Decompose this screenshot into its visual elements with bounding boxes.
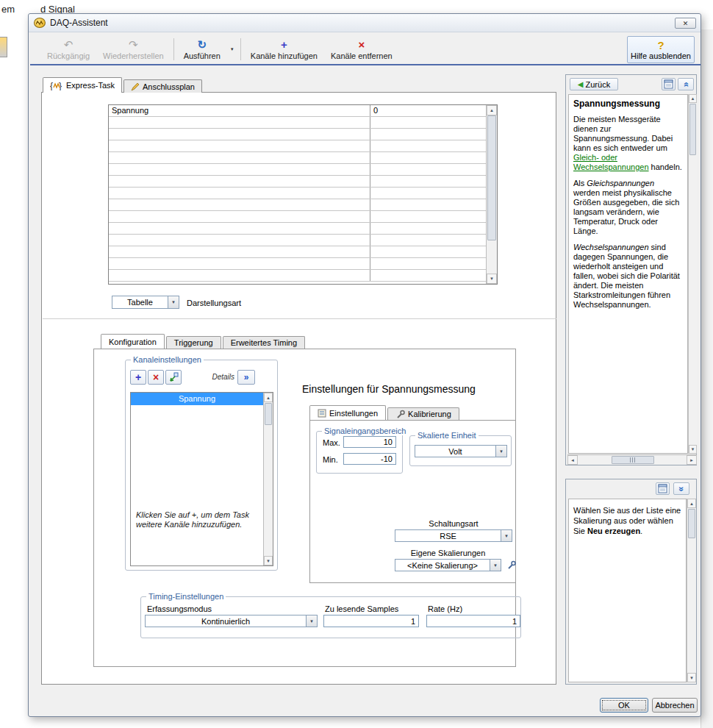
custom-scaling-dropdown[interactable]: <Keine Skalierung> ▼ (395, 559, 501, 571)
help-text: handeln. (649, 163, 682, 171)
background-text-fragment: em (1, 4, 15, 15)
help-window-icon (664, 79, 673, 89)
rate-input[interactable] (426, 615, 520, 627)
change-physical-channel-icon (168, 372, 179, 382)
tab-kalibrierung[interactable]: Kalibrierung (387, 407, 459, 420)
tab-konfiguration[interactable]: Konfiguration (101, 334, 165, 349)
help-horizontal-scrollbar[interactable]: ◄ ► (567, 454, 697, 465)
table-scrollbar[interactable]: ▲ ▼ (486, 105, 497, 284)
edit-scaling-button[interactable] (504, 559, 517, 571)
signal-input-range-group: Signaleingangsbereich Max. Min. (316, 431, 403, 474)
tab-einstellungen[interactable]: Einstellungen (309, 405, 386, 420)
run-button[interactable]: ↻ Ausführen (177, 35, 227, 64)
scroll-up-icon[interactable]: ▲ (487, 105, 497, 115)
scroll-down-icon[interactable]: ▼ (264, 556, 273, 565)
double-chevron-down-icon: » (676, 486, 687, 491)
scroll-up-icon[interactable]: ▲ (689, 94, 697, 103)
tab-kalibrierung-label: Kalibrierung (408, 410, 451, 418)
details-button[interactable]: » (237, 370, 255, 385)
help-panel-top: ◀ Zurück » Spannungsmessung Die meisten … (565, 74, 697, 465)
remove-channels-label: Kanäle entfernen (331, 51, 393, 60)
run-button-group: ↻ Ausführen ▼ (177, 35, 237, 64)
add-channel-button[interactable]: + (130, 370, 146, 385)
tab-express-task[interactable]: {} Express-Task (43, 77, 122, 93)
max-input[interactable] (343, 436, 396, 448)
channel-list-scrollbar[interactable]: ▲ ▼ (263, 393, 273, 565)
help-back-button[interactable]: ◀ Zurück (570, 78, 618, 90)
table-cell-value: 0 (370, 105, 486, 116)
scaling-help-scrollbar[interactable]: ▲ ▼ (687, 499, 696, 682)
acquisition-mode-dropdown[interactable]: Kontinuierlich ▼ (145, 615, 318, 627)
cancel-button[interactable]: Abbrechen (652, 698, 698, 713)
min-input[interactable] (343, 453, 396, 465)
remove-channels-button[interactable]: × Kanäle entfernen (324, 35, 399, 64)
scroll-down-icon[interactable]: ▼ (687, 673, 696, 682)
dropdown-arrow-icon[interactable]: ▼ (501, 530, 512, 541)
redo-button[interactable]: ↷ Wiederherstellen (96, 35, 171, 64)
change-physical-channel-button[interactable] (165, 370, 182, 385)
tab-triggerung[interactable]: Triggerung (166, 336, 221, 349)
scaled-unit-group: Skalierte Einheit Volt ▼ (409, 435, 512, 466)
scroll-up-icon[interactable]: ▲ (687, 499, 696, 508)
help-locate-button[interactable] (662, 78, 676, 90)
help-collapse-button[interactable]: » (678, 78, 694, 90)
help-vertical-scrollbar[interactable]: ▲ ▼ (688, 94, 697, 454)
help-paragraph: Als Gleichspannungen werden meist physik… (573, 179, 683, 236)
scaling-help-content: Wählen Sie aus der Liste eine Skalierung… (568, 499, 687, 682)
scrollbar-thumb[interactable] (612, 456, 654, 464)
delete-channel-button[interactable]: × (148, 370, 164, 385)
calibration-wrench-icon (395, 410, 405, 419)
run-dropdown-arrow[interactable]: ▼ (227, 35, 237, 64)
table-row (109, 223, 486, 235)
scroll-down-icon[interactable]: ▼ (689, 445, 697, 454)
signal-input-range-label: Signaleingangsbereich (322, 427, 408, 435)
scrollbar-thumb[interactable] (689, 104, 696, 155)
dropdown-arrow-icon[interactable]: ▼ (490, 560, 501, 571)
scroll-up-icon[interactable]: ▲ (264, 393, 273, 402)
double-chevron-right-icon: » (244, 372, 249, 382)
dropdown-arrow-icon[interactable]: ▼ (168, 296, 179, 308)
scrollbar-thumb[interactable] (688, 509, 695, 538)
help-paragraph: Wechselspannungen sind dagegen Spannunge… (573, 243, 683, 310)
dropdown-arrow-icon[interactable]: ▼ (495, 446, 506, 457)
tab-erweitertes-timing[interactable]: Erweitertes Timing (223, 336, 305, 349)
display-type-value: Tabelle (112, 296, 168, 308)
table-row (109, 258, 486, 270)
terminal-config-label: Schaltungsart (395, 519, 512, 528)
scroll-down-icon[interactable]: ▼ (487, 274, 497, 284)
add-channels-button[interactable]: + Kanäle hinzufügen (244, 35, 324, 64)
custom-scaling-value: <Keine Skalierung> (395, 560, 490, 571)
scrollbar-thumb[interactable] (487, 115, 496, 240)
help-locate-button[interactable] (656, 482, 670, 495)
scaling-help-paragraph: Wählen Sie aus der Liste eine Skalierung… (573, 505, 681, 536)
run-label: Ausführen (184, 51, 221, 60)
scaled-unit-dropdown[interactable]: Volt ▼ (415, 445, 507, 457)
help-text-italic: Gleichspannungen (587, 179, 654, 188)
scrollbar-thumb[interactable] (265, 403, 272, 425)
table-row (109, 235, 486, 246)
help-text: Die meisten Messgeräte dienen zur Spannu… (573, 115, 673, 152)
help-expand-button[interactable]: » (673, 482, 689, 495)
scaled-unit-label: Skalierte Einheit (415, 431, 479, 440)
scroll-left-icon[interactable]: ◄ (567, 455, 578, 465)
help-link-voltage-types[interactable]: Gleich- oder Wechselspannungen (573, 153, 649, 171)
tab-triggerung-label: Triggerung (174, 338, 213, 347)
scroll-right-icon[interactable]: ► (687, 455, 697, 465)
samples-input[interactable] (323, 615, 419, 627)
express-task-icon: {} (50, 81, 63, 90)
display-type-dropdown[interactable]: Tabelle ▼ (112, 296, 179, 309)
table-row (109, 199, 486, 211)
measurement-data-table: Spannung 0 (108, 104, 498, 285)
hide-help-button[interactable]: ? Hilfe ausblenden (627, 36, 695, 63)
plus-icon: + (135, 371, 141, 383)
tab-anschlussplan-label: Anschlussplan (143, 82, 195, 91)
cancel-label: Abbrechen (655, 701, 694, 710)
terminal-config-dropdown[interactable]: RSE ▼ (395, 529, 512, 542)
tab-anschlussplan[interactable]: Anschlussplan (123, 79, 202, 93)
undo-button[interactable]: ↶ Rückgängig (40, 35, 96, 64)
dropdown-arrow-icon[interactable]: ▼ (306, 615, 317, 627)
ok-button[interactable]: OK (600, 698, 648, 713)
channel-list-item-selected[interactable]: Spannung (131, 393, 263, 405)
close-button[interactable]: ✕ (675, 18, 696, 29)
help-content: Spannungsmessung Die meisten Messgeräte … (568, 94, 688, 454)
